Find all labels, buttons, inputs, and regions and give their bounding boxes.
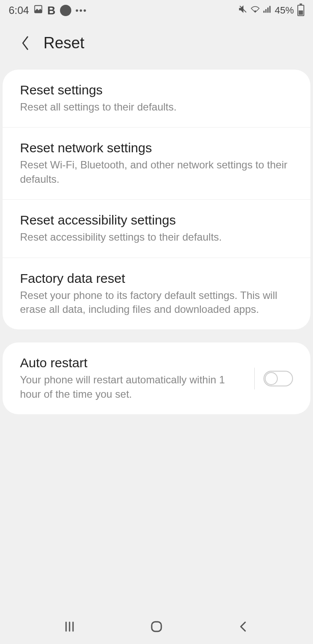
toggle-content: Auto restart Your phone will restart aut… xyxy=(20,356,246,401)
auto-restart-card: Auto restart Your phone will restart aut… xyxy=(3,342,310,414)
item-title: Auto restart xyxy=(20,356,237,370)
item-desc: Your phone will restart automatically wi… xyxy=(20,373,237,401)
toggle-knob xyxy=(265,372,278,385)
signal-icon xyxy=(263,4,272,17)
auto-restart-toggle[interactable] xyxy=(263,371,293,386)
item-desc: Reset Wi-Fi, Bluetooth, and other networ… xyxy=(20,158,293,186)
item-desc: Reset your phone to its factory default … xyxy=(20,288,293,317)
svg-rect-2 xyxy=(263,11,265,13)
status-left: 6:04 B ••• xyxy=(9,4,87,17)
reset-options-card: Reset settings Reset all settings to the… xyxy=(3,70,310,329)
page-title: Reset xyxy=(43,34,84,52)
navigation-bar xyxy=(0,609,313,644)
item-desc: Reset accessibility settings to their de… xyxy=(20,230,293,244)
svg-rect-4 xyxy=(267,7,269,13)
item-desc: Reset all settings to their defaults. xyxy=(20,100,293,114)
reset-settings-item[interactable]: Reset settings Reset all settings to the… xyxy=(3,70,310,127)
toggle-divider xyxy=(254,368,255,389)
recents-button[interactable] xyxy=(61,618,78,635)
status-bar: 6:04 B ••• 45% xyxy=(0,0,313,21)
image-icon xyxy=(33,4,43,17)
back-nav-button[interactable] xyxy=(235,618,252,635)
more-notifications-icon: ••• xyxy=(76,6,87,16)
mute-vibrate-icon xyxy=(238,4,248,17)
reset-network-settings-item[interactable]: Reset network settings Reset Wi-Fi, Blue… xyxy=(3,127,310,200)
svg-point-1 xyxy=(254,10,256,12)
back-button[interactable] xyxy=(17,35,33,51)
home-button[interactable] xyxy=(148,618,165,635)
svg-rect-3 xyxy=(265,9,266,13)
battery-percentage: 45% xyxy=(275,5,294,16)
item-title: Reset settings xyxy=(20,83,293,97)
item-title: Reset network settings xyxy=(20,141,293,155)
factory-data-reset-item[interactable]: Factory data reset Reset your phone to i… xyxy=(3,258,310,330)
battery-icon xyxy=(297,5,304,16)
reset-accessibility-settings-item[interactable]: Reset accessibility settings Reset acces… xyxy=(3,200,310,258)
wifi-icon xyxy=(250,4,260,17)
bold-b-icon: B xyxy=(47,4,56,17)
svg-rect-9 xyxy=(152,622,161,631)
status-time: 6:04 xyxy=(9,4,29,17)
auto-restart-item[interactable]: Auto restart Your phone will restart aut… xyxy=(3,342,310,414)
header: Reset xyxy=(0,21,313,70)
item-title: Factory data reset xyxy=(20,271,293,286)
content-area: Reset settings Reset all settings to the… xyxy=(0,70,313,609)
svg-rect-5 xyxy=(270,6,271,13)
status-right: 45% xyxy=(238,4,304,17)
circle-app-icon xyxy=(60,5,71,16)
item-title: Reset accessibility settings xyxy=(20,213,293,228)
